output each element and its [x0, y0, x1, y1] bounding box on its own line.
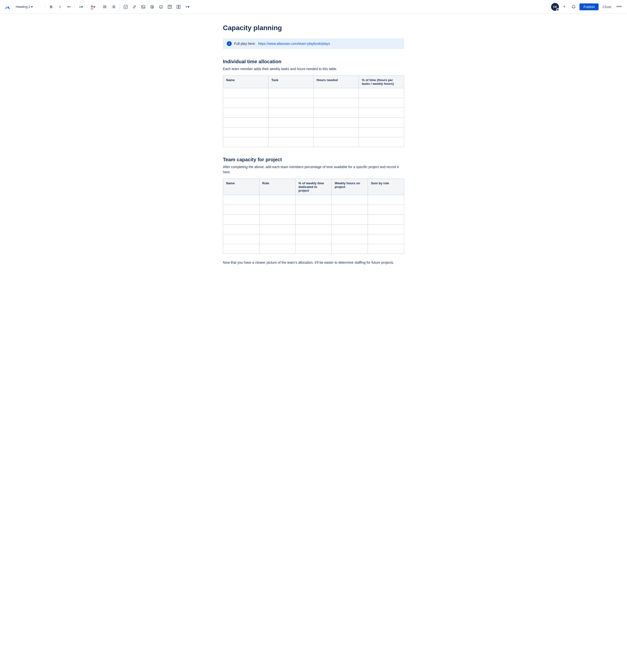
table-cell[interactable]: [314, 137, 359, 147]
table-cell[interactable]: [295, 215, 332, 224]
table-cell[interactable]: [359, 98, 404, 108]
table-cell[interactable]: [359, 88, 404, 98]
table-cell[interactable]: [223, 244, 259, 254]
table-cell[interactable]: [295, 244, 332, 254]
table-cell[interactable]: [359, 127, 404, 137]
table-cell[interactable]: [259, 215, 295, 224]
table-row[interactable]: [223, 88, 404, 98]
table-cell[interactable]: [368, 195, 404, 205]
emoji-button[interactable]: [157, 3, 165, 11]
publish-button[interactable]: Publish: [579, 3, 599, 10]
table-cell[interactable]: [314, 127, 359, 137]
add-collaborator-button[interactable]: +: [561, 3, 568, 10]
link-button[interactable]: [130, 3, 139, 11]
table-row[interactable]: [223, 205, 404, 215]
insert-more-button[interactable]: + ▾: [183, 3, 191, 11]
section2-description: After completing the above, add each tea…: [223, 164, 404, 175]
table-cell[interactable]: [259, 244, 295, 254]
bold-button[interactable]: B: [47, 3, 55, 11]
table-row[interactable]: [223, 244, 404, 254]
table-cell[interactable]: [332, 205, 368, 215]
more-text-button[interactable]: •••: [65, 3, 73, 11]
task-button[interactable]: [122, 3, 130, 11]
table-cell[interactable]: [314, 108, 359, 118]
table-cell[interactable]: [223, 224, 259, 234]
avatar[interactable]: CK: [551, 3, 559, 11]
table-button[interactable]: [166, 3, 174, 11]
table-cell[interactable]: [268, 88, 314, 98]
table-row[interactable]: [223, 215, 404, 224]
table-row[interactable]: [223, 234, 404, 244]
close-button[interactable]: Close: [601, 4, 613, 10]
table-cell[interactable]: [368, 215, 404, 224]
table-row[interactable]: [223, 137, 404, 147]
table-cell[interactable]: [268, 108, 314, 118]
col2-weekly-hours: Weekly hours on project: [332, 179, 368, 195]
table-cell[interactable]: [359, 137, 404, 147]
info-link[interactable]: https://www.atlassian.com/team-playbook/…: [258, 42, 330, 46]
table-cell[interactable]: [223, 127, 269, 137]
color-button[interactable]: A ▾: [89, 3, 97, 11]
table-row[interactable]: [223, 98, 404, 108]
table-row[interactable]: [223, 224, 404, 234]
svg-point-0: [103, 5, 104, 6]
image-button[interactable]: [140, 3, 147, 11]
table-cell[interactable]: [259, 195, 295, 205]
table-cell[interactable]: [332, 215, 368, 224]
table-cell[interactable]: [359, 108, 404, 118]
app-logo: [4, 3, 11, 10]
table-cell[interactable]: [295, 205, 332, 215]
table-cell[interactable]: [268, 118, 314, 127]
page-title: Capacity planning: [223, 24, 404, 32]
col-percent: % of time (Hours per tasks / weekly hour…: [359, 76, 404, 88]
table-cell[interactable]: [259, 234, 295, 244]
table-cell[interactable]: [368, 205, 404, 215]
table-cell[interactable]: [223, 118, 269, 127]
table-cell[interactable]: [314, 118, 359, 127]
table-cell[interactable]: [368, 224, 404, 234]
table-row[interactable]: [223, 108, 404, 118]
table-icon: [168, 5, 172, 9]
table-row[interactable]: [223, 118, 404, 127]
table-cell[interactable]: [359, 118, 404, 127]
svg-rect-5: [104, 7, 106, 8]
table-cell[interactable]: [223, 108, 269, 118]
table-cell[interactable]: [223, 234, 259, 244]
table-cell[interactable]: [295, 234, 332, 244]
table-cell[interactable]: [268, 127, 314, 137]
table-row[interactable]: [223, 127, 404, 137]
table-cell[interactable]: [223, 205, 259, 215]
heading-selector[interactable]: Heading 2 ▾: [14, 4, 43, 9]
table-cell[interactable]: [223, 195, 259, 205]
table-cell[interactable]: [332, 195, 368, 205]
table-cell[interactable]: [223, 98, 269, 108]
table-cell[interactable]: [259, 205, 295, 215]
more-options-button[interactable]: •••: [615, 3, 623, 11]
table-row[interactable]: [223, 195, 404, 205]
layout-button[interactable]: [175, 3, 182, 11]
bullet-list-button[interactable]: [101, 3, 109, 11]
notifications-button[interactable]: [570, 3, 578, 11]
table-cell[interactable]: [368, 244, 404, 254]
align-button[interactable]: ≡ ▾: [77, 3, 85, 11]
number-list-button[interactable]: 1. 2. 3.: [110, 3, 118, 11]
table-cell[interactable]: [223, 215, 259, 224]
emoji-icon: [159, 5, 163, 9]
table-cell[interactable]: [268, 98, 314, 108]
table-cell[interactable]: [314, 88, 359, 98]
italic-button[interactable]: I: [56, 3, 64, 11]
table-cell[interactable]: [332, 244, 368, 254]
table-cell[interactable]: [223, 137, 269, 147]
align-icon: ≡: [79, 5, 81, 9]
table-cell[interactable]: [223, 88, 269, 98]
table-cell[interactable]: [259, 224, 295, 234]
table-cell[interactable]: [332, 224, 368, 234]
table-cell[interactable]: [295, 195, 332, 205]
table-cell[interactable]: [314, 98, 359, 108]
table-cell[interactable]: [368, 234, 404, 244]
table-cell[interactable]: [332, 234, 368, 244]
mention-button[interactable]: [148, 3, 156, 11]
col-hours: Hours needed: [314, 76, 359, 88]
table-cell[interactable]: [268, 137, 314, 147]
table-cell[interactable]: [295, 224, 332, 234]
